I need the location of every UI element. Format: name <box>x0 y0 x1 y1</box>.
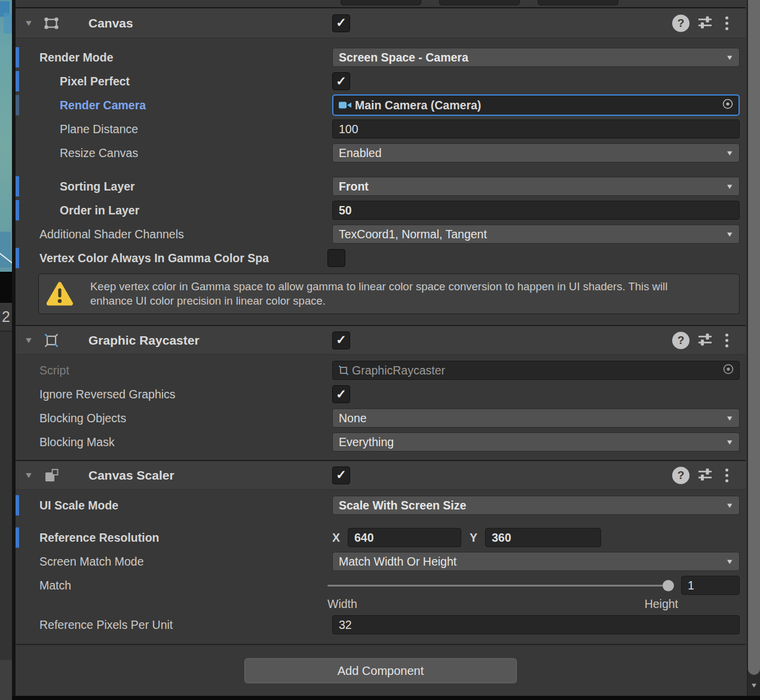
dropdown-value: Enabled <box>339 146 382 160</box>
chevron-down-icon: ▼ <box>725 230 734 238</box>
script-object-field[interactable]: GraphicRaycaster <box>332 361 740 380</box>
component-title: Graphic Raycaster <box>88 333 200 348</box>
slider-max-label: Height <box>645 597 678 611</box>
graphic-raycaster-enabled-checkbox[interactable]: ✓ <box>332 331 350 349</box>
add-component-button[interactable]: Add Component <box>244 658 517 683</box>
row-screen-match-mode: Screen Match Mode Match Width Or Height … <box>16 549 746 573</box>
chevron-down-icon: ▼ <box>725 182 734 190</box>
spacer <box>16 454 746 460</box>
foldout-arrow-icon[interactable]: ▼ <box>24 470 33 479</box>
property-label: Sorting Layer <box>60 180 135 194</box>
override-indicator <box>16 200 19 220</box>
order-in-layer-input[interactable]: 50 <box>332 201 740 220</box>
spacer <box>16 165 746 174</box>
graphic-raycaster-icon <box>42 331 61 350</box>
clipped-input-field[interactable] <box>341 0 421 5</box>
scrollbar-thumb[interactable] <box>748 0 760 675</box>
property-label: Blocking Objects <box>39 412 126 425</box>
camera-icon <box>338 100 353 110</box>
dropdown-value: Front <box>339 180 369 194</box>
row-resize-canvas: Resize Canvas Enabled ▼ <box>16 141 746 165</box>
property-label: Ignore Reversed Graphics <box>39 388 176 401</box>
help-icon[interactable]: ? <box>672 331 689 349</box>
property-label: Additional Shader Channels <box>39 228 184 241</box>
chevron-down-icon: ▼ <box>725 53 734 61</box>
kebab-menu-icon[interactable] <box>725 333 728 347</box>
override-indicator <box>16 47 19 67</box>
canvas-scaler-component-header[interactable]: ▼ ✓ Canvas Scaler ? <box>16 460 746 490</box>
plane-distance-input[interactable]: 100 <box>332 119 740 139</box>
kebab-menu-icon[interactable] <box>725 468 728 482</box>
match-slider-range-labels: Width Height <box>16 597 746 613</box>
scene-shape <box>4 13 12 33</box>
canvas-scaler-enabled-checkbox[interactable]: ✓ <box>332 466 350 484</box>
spacer <box>16 38 746 45</box>
y-axis-label: Y <box>470 531 477 545</box>
side-row-label: 2 <box>0 303 12 330</box>
override-indicator <box>16 248 19 268</box>
row-render-mode: Render Mode Screen Space - Camera ▼ <box>16 45 746 69</box>
check-icon: ✓ <box>336 388 347 400</box>
render-camera-object-field[interactable]: Main Camera (Camera) <box>332 94 740 116</box>
property-label: UI Scale Mode <box>39 499 118 512</box>
dropdown-value: Everything <box>339 435 394 449</box>
ignore-reversed-graphics-checkbox[interactable]: ✓ <box>332 385 350 403</box>
blocking-objects-dropdown[interactable]: None ▼ <box>332 409 740 428</box>
sorting-layer-dropdown[interactable]: Front ▼ <box>332 177 740 196</box>
scene-view-fragment <box>0 0 12 272</box>
dropdown-value: Scale With Screen Size <box>339 499 466 512</box>
object-picker-icon[interactable] <box>721 97 734 113</box>
foldout-arrow-icon[interactable]: ▼ <box>24 335 33 344</box>
kebab-menu-icon[interactable] <box>725 16 728 30</box>
row-script: Script GraphicRaycaster <box>16 358 746 382</box>
ui-scale-mode-dropdown[interactable]: Scale With Screen Size ▼ <box>332 496 740 515</box>
clipped-input-field[interactable] <box>538 0 618 5</box>
match-slider-handle[interactable] <box>663 580 674 591</box>
chevron-down-icon: ▼ <box>725 557 734 565</box>
check-icon: ✓ <box>336 16 347 29</box>
pixel-perfect-checkbox[interactable]: ✓ <box>332 72 350 90</box>
inspector-footer: Add Component <box>16 644 746 695</box>
canvas-enabled-checkbox[interactable]: ✓ <box>332 14 350 32</box>
object-picker-icon[interactable] <box>722 363 735 378</box>
reference-resolution-y-input[interactable]: 360 <box>485 528 601 547</box>
component-title: Canvas Scaler <box>88 468 174 483</box>
property-label: Script <box>39 364 69 377</box>
presets-icon[interactable] <box>696 330 714 351</box>
help-icon[interactable]: ? <box>672 466 689 484</box>
override-indicator <box>16 176 19 197</box>
property-label: Order in Layer <box>60 204 139 217</box>
shader-channels-dropdown[interactable]: TexCoord1, Normal, Tangent ▼ <box>332 225 740 244</box>
window-bottom-edge <box>12 696 760 700</box>
inspector-scrollbar[interactable]: ▼ <box>747 0 760 700</box>
blocking-mask-dropdown[interactable]: Everything ▼ <box>332 432 740 452</box>
row-pixel-perfect: Pixel Perfect ✓ <box>16 69 746 93</box>
check-icon: ✓ <box>336 468 347 481</box>
chevron-down-icon: ▼ <box>725 501 734 509</box>
chevron-down-icon: ▼ <box>725 438 734 446</box>
row-plane-distance: Plane Distance 100 <box>16 117 746 141</box>
screen-match-mode-dropdown[interactable]: Match Width Or Height ▼ <box>332 552 740 571</box>
scrollbar-down-arrow-icon[interactable]: ▼ <box>747 681 760 689</box>
canvas-scaler-icon <box>42 466 61 485</box>
reference-resolution-x-input[interactable]: 640 <box>348 528 461 547</box>
warning-text: Keep vertex color in Gamma space to allo… <box>90 280 694 309</box>
resize-canvas-dropdown[interactable]: Enabled ▼ <box>332 143 740 162</box>
help-icon[interactable]: ? <box>672 14 689 32</box>
clipped-input-field[interactable] <box>439 0 520 5</box>
match-slider-track[interactable] <box>327 585 674 587</box>
input-value: 640 <box>354 531 374 545</box>
foldout-arrow-icon[interactable]: ▼ <box>24 18 33 27</box>
render-mode-dropdown[interactable]: Screen Space - Camera ▼ <box>332 48 740 67</box>
row-blocking-objects: Blocking Objects None ▼ <box>16 406 746 430</box>
graphic-raycaster-component-header[interactable]: ▼ ✓ Graphic Raycaster ? <box>16 325 746 355</box>
row-match-slider: Match 1 <box>16 573 746 597</box>
presets-icon[interactable] <box>696 13 714 33</box>
match-value-input[interactable]: 1 <box>681 576 740 595</box>
canvas-component-header[interactable]: ▼ ✓ Canvas ? <box>16 8 746 38</box>
property-label: Reference Resolution <box>39 531 159 545</box>
vertex-color-gamma-checkbox[interactable] <box>327 249 345 267</box>
presets-icon[interactable] <box>696 465 714 486</box>
reference-pixels-per-unit-input[interactable]: 32 <box>332 615 740 634</box>
row-order-in-layer: Order in Layer 50 <box>16 198 746 222</box>
